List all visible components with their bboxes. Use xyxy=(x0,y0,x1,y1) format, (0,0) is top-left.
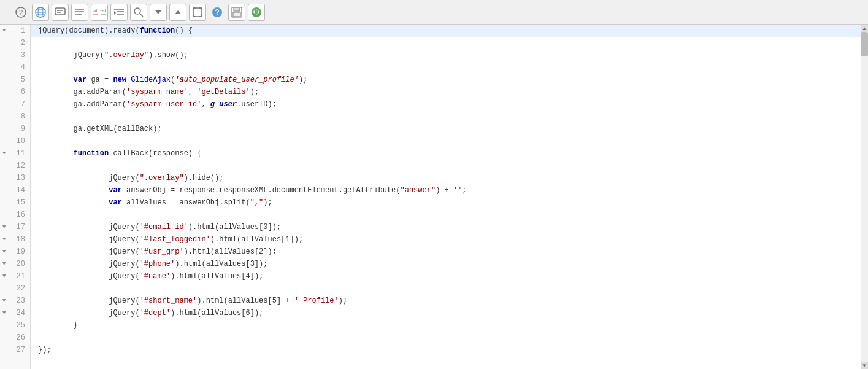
code-line[interactable]: jQuery('#last_loggedin').html(allValues[… xyxy=(31,233,868,246)
search-button[interactable] xyxy=(130,4,147,21)
line-number: 14 xyxy=(0,184,30,196)
svg-marker-24 xyxy=(155,10,161,14)
fold-arrow-icon[interactable]: ▼ xyxy=(2,249,6,255)
question-button[interactable]: ? xyxy=(209,4,226,21)
line-number: ▼17 xyxy=(0,221,30,233)
line-number: 12 xyxy=(0,160,30,172)
fold-arrow-icon[interactable]: ▼ xyxy=(2,261,6,267)
code-line[interactable] xyxy=(31,209,868,221)
svg-text:ab: ab xyxy=(102,9,106,14)
code-line[interactable]: jQuery('#email_id').html(allValues[0]); xyxy=(31,221,868,233)
fold-arrow-icon[interactable]: ▼ xyxy=(2,150,6,157)
line-number: 15 xyxy=(0,196,30,209)
svg-marker-25 xyxy=(175,10,181,14)
code-line[interactable]: }); xyxy=(31,344,868,356)
line-numbers: ▼12345678910▼111213141516▼17▼18▼19▼20▼21… xyxy=(0,25,31,369)
svg-point-22 xyxy=(134,8,140,14)
code-line[interactable]: } xyxy=(31,319,868,332)
code-line[interactable] xyxy=(31,332,868,344)
line-number: 7 xyxy=(0,98,30,111)
svg-rect-32 xyxy=(233,12,240,17)
line-number: 9 xyxy=(0,123,30,135)
help-button[interactable]: ? xyxy=(12,4,29,21)
code-line[interactable]: var ga = new GlideAjax('auto_populate_us… xyxy=(31,74,868,86)
fold-arrow-icon[interactable]: ▼ xyxy=(2,273,6,279)
settings-button[interactable]: ⚙ xyxy=(248,4,265,21)
line-number: 27 xyxy=(0,344,30,356)
line-number: 13 xyxy=(0,172,30,184)
line-number: ▼20 xyxy=(0,258,30,270)
code-line[interactable]: jQuery('#name').html(allValues[4]); xyxy=(31,270,868,282)
line-number: ▼19 xyxy=(0,246,30,258)
code-line[interactable] xyxy=(31,160,868,172)
code-line[interactable]: jQuery('#short_name').html(allValues[5] … xyxy=(31,295,868,307)
code-line[interactable]: function callBack(response) { xyxy=(31,147,868,160)
code-line[interactable]: jQuery('#phone').html(allValues[3]); xyxy=(31,258,868,270)
line-number: 22 xyxy=(0,282,30,295)
line-number: 2 xyxy=(0,37,30,49)
line-number: 4 xyxy=(0,61,30,74)
svg-marker-21 xyxy=(114,11,116,15)
code-line[interactable] xyxy=(31,111,868,123)
upload-button[interactable] xyxy=(169,4,186,21)
svg-text:?: ? xyxy=(215,8,219,17)
svg-rect-31 xyxy=(239,7,240,10)
line-number: ▼18 xyxy=(0,233,30,246)
code-line[interactable]: var answerObj = response.responseXML.doc… xyxy=(31,184,868,196)
code-line[interactable]: ga.addParam('sysparm_user_id', g_user.us… xyxy=(31,98,868,111)
indent-button[interactable] xyxy=(110,4,128,21)
fold-arrow-icon[interactable]: ▼ xyxy=(2,28,6,34)
save-button[interactable] xyxy=(228,4,245,21)
line-number: 25 xyxy=(0,319,30,332)
line-number: 3 xyxy=(0,49,30,61)
line-number: ▼1 xyxy=(0,25,30,37)
editor-container: ▼12345678910▼111213141516▼17▼18▼19▼20▼21… xyxy=(0,25,868,369)
fold-arrow-icon[interactable]: ▼ xyxy=(2,298,6,304)
line-number: ▼11 xyxy=(0,147,30,160)
fullscreen-button[interactable] xyxy=(189,4,206,21)
code-line[interactable]: ga.addParam('sysparm_name', 'getDetails'… xyxy=(31,86,868,98)
dropdown-button[interactable] xyxy=(150,4,167,21)
scrollbar-thumb[interactable] xyxy=(861,32,868,56)
fold-arrow-icon[interactable]: ▼ xyxy=(2,236,6,243)
svg-text:ab: ab xyxy=(93,9,98,14)
find-replace-button[interactable]: ab→ab xyxy=(91,4,108,21)
code-line[interactable] xyxy=(31,135,868,147)
line-number: 5 xyxy=(0,74,30,86)
line-number: ▼24 xyxy=(0,307,30,319)
scrollbar-arrow-bottom[interactable]: ▼ xyxy=(861,362,868,369)
code-line[interactable]: jQuery('#usr_grp').html(allValues[2]); xyxy=(31,246,868,258)
line-number: 16 xyxy=(0,209,30,221)
code-line[interactable] xyxy=(31,282,868,295)
svg-rect-26 xyxy=(193,8,202,17)
toolbar-row: ? ab→ab ? ⚙ xyxy=(0,0,868,25)
code-line[interactable] xyxy=(31,37,868,49)
code-line[interactable]: jQuery(".overlay").show(); xyxy=(31,49,868,61)
code-line[interactable]: jQuery(document).ready(function() { xyxy=(31,25,868,37)
text-button[interactable] xyxy=(71,4,88,21)
scrollbar-track[interactable]: ▲ ▼ xyxy=(861,25,868,369)
line-number: 26 xyxy=(0,332,30,344)
fold-arrow-icon[interactable]: ▼ xyxy=(2,224,6,230)
code-line[interactable]: ga.getXML(callBack); xyxy=(31,123,868,135)
code-area[interactable]: jQuery(document).ready(function() { jQue… xyxy=(31,25,868,369)
line-number: 10 xyxy=(0,135,30,147)
code-line[interactable]: jQuery('#dept').html(allValues[6]); xyxy=(31,307,868,319)
line-number: ▼23 xyxy=(0,295,30,307)
line-number: ▼21 xyxy=(0,270,30,282)
svg-rect-7 xyxy=(55,8,65,15)
code-line[interactable]: var allValues = answerObj.split(","); xyxy=(31,196,868,209)
svg-text:⚙: ⚙ xyxy=(253,7,260,17)
line-number: 8 xyxy=(0,111,30,123)
svg-line-23 xyxy=(140,14,143,17)
code-line[interactable] xyxy=(31,61,868,74)
scrollbar-arrow-top[interactable]: ▲ xyxy=(861,25,868,32)
svg-text:?: ? xyxy=(19,9,23,16)
globe-button[interactable] xyxy=(32,4,49,21)
code-line[interactable]: jQuery(".overlay").hide(); xyxy=(31,172,868,184)
line-number: 6 xyxy=(0,86,30,98)
comment-button[interactable] xyxy=(52,4,69,21)
fold-arrow-icon[interactable]: ▼ xyxy=(2,310,6,316)
